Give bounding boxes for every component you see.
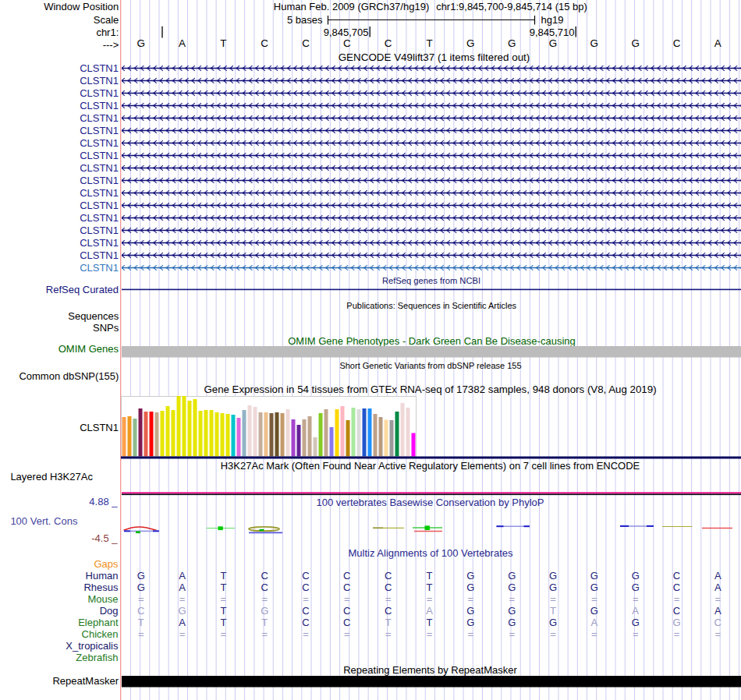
svg-text:=: = [385, 593, 392, 605]
svg-text:A: A [632, 605, 639, 617]
svg-text:GENCODE V49lift37 (1 items fil: GENCODE V49lift37 (1 items filtered out) [339, 51, 530, 63]
svg-text:C: C [385, 582, 392, 593]
svg-text:CLSTN1: CLSTN1 [80, 422, 119, 433]
svg-text:T: T [427, 617, 433, 628]
svg-text:H3K27Ac Mark (Often Found Near: H3K27Ac Mark (Often Found Near Active Re… [221, 460, 640, 472]
svg-text:C: C [343, 617, 350, 628]
svg-text:C: C [385, 605, 392, 617]
svg-text:C: C [673, 605, 680, 617]
svg-text:G: G [590, 582, 598, 593]
svg-text:Dog: Dog [100, 605, 119, 617]
svg-text:Chicken: Chicken [82, 628, 119, 640]
svg-text:9,845,710: 9,845,710 [530, 27, 575, 38]
svg-text:RefSeq Curated: RefSeq Curated [46, 284, 119, 295]
svg-text:=: = [179, 593, 186, 605]
svg-text:A: A [179, 37, 186, 49]
svg-text:=: = [633, 628, 639, 640]
svg-text:A: A [179, 570, 186, 582]
svg-text:C: C [302, 582, 309, 593]
svg-text:Common dbSNP(155): Common dbSNP(155) [19, 370, 119, 382]
svg-text:CLSTN1: CLSTN1 [80, 175, 119, 186]
svg-text:C: C [714, 617, 722, 628]
svg-text:Layered H3K27Ac: Layered H3K27Ac [10, 471, 93, 483]
svg-text:=: = [468, 593, 474, 605]
svg-text:A: A [179, 617, 186, 628]
svg-text:CLSTN1: CLSTN1 [80, 224, 119, 236]
svg-text:CLSTN1: CLSTN1 [80, 249, 119, 261]
svg-text:A: A [590, 617, 597, 628]
svg-text:100 Vert. Cons: 100 Vert. Cons [10, 515, 77, 527]
svg-text:Mouse: Mouse [87, 593, 118, 605]
svg-text:C: C [385, 37, 392, 49]
svg-text:=: = [344, 628, 350, 640]
svg-text:=: = [715, 593, 722, 605]
svg-text:C: C [343, 37, 351, 49]
svg-text:CLSTN1: CLSTN1 [80, 112, 119, 124]
svg-text:=: = [674, 593, 680, 605]
svg-text:=: = [385, 628, 392, 640]
svg-text:G: G [549, 570, 557, 582]
svg-text:=: = [261, 593, 268, 605]
svg-text:--->: ---> [103, 39, 119, 51]
svg-text:T: T [385, 617, 392, 628]
svg-text:G: G [466, 570, 474, 582]
svg-text:=: = [261, 628, 268, 640]
svg-text:G: G [508, 582, 516, 593]
svg-text:=: = [303, 593, 309, 605]
svg-text:chr1:9,845,700-9,845,714 (15 b: chr1:9,845,700-9,845,714 (15 bp) [436, 1, 587, 12]
svg-text:Repeating Elements by RepeatMa: Repeating Elements by RepeatMasker [343, 664, 517, 676]
svg-text:Zebrafish: Zebrafish [76, 652, 118, 663]
svg-text:X_tropicalis: X_tropicalis [66, 640, 119, 652]
svg-text:Human: Human [86, 570, 119, 582]
svg-text:CLSTN1: CLSTN1 [80, 137, 119, 149]
svg-text:=: = [303, 628, 309, 640]
svg-text:Short Genetic Variants from db: Short Genetic Variants from dbSNP releas… [339, 361, 521, 370]
svg-text:Human Feb. 2009 (GRCh37/hg19): Human Feb. 2009 (GRCh37/hg19) [274, 1, 429, 12]
svg-text:G: G [508, 37, 516, 49]
svg-text:T: T [261, 617, 268, 628]
svg-text:T: T [550, 605, 556, 617]
svg-text:C: C [673, 37, 681, 49]
svg-text:OMIM Gene Phenotypes - Dark Gr: OMIM Gene Phenotypes - Dark Green Can Be… [288, 335, 576, 347]
svg-text:Gaps: Gaps [94, 558, 119, 570]
svg-text:=: = [427, 628, 433, 640]
svg-text:CLSTN1: CLSTN1 [80, 212, 119, 224]
svg-text:C: C [302, 605, 309, 617]
svg-text:Rhesus: Rhesus [83, 582, 119, 593]
svg-text:G: G [178, 605, 186, 617]
svg-text:CLSTN1: CLSTN1 [80, 237, 119, 249]
svg-text:=: = [509, 628, 515, 640]
svg-text:hg19: hg19 [541, 14, 564, 26]
svg-text:CLSTN1: CLSTN1 [80, 62, 119, 74]
svg-text:G: G [590, 570, 598, 582]
svg-text:Publications: Sequences in Sci: Publications: Sequences in Scientific Ar… [346, 301, 516, 310]
svg-text:4.88 _: 4.88 _ [89, 496, 118, 507]
svg-text:C: C [343, 605, 350, 617]
svg-text:CLSTN1: CLSTN1 [80, 187, 119, 199]
svg-text:RefSeq genes from NCBI: RefSeq genes from NCBI [382, 276, 480, 285]
svg-text:G: G [466, 582, 474, 593]
svg-text:G: G [632, 570, 640, 582]
svg-text:G: G [261, 605, 268, 617]
svg-text:C: C [137, 605, 144, 617]
svg-text:G: G [632, 617, 640, 628]
svg-text:100 vertebrates Basewise Conse: 100 vertebrates Basewise Conservation by… [317, 497, 544, 508]
svg-text:CLSTN1: CLSTN1 [80, 87, 119, 99]
svg-text:C: C [673, 582, 680, 593]
svg-text:=: = [468, 628, 474, 640]
svg-text:Scale: Scale [94, 14, 119, 26]
svg-text:G: G [631, 37, 639, 49]
svg-text:C: C [261, 582, 268, 593]
svg-text:A: A [714, 605, 722, 617]
svg-text:=: = [179, 628, 186, 640]
svg-text:G: G [672, 617, 680, 628]
svg-text:5 bases: 5 bases [287, 14, 323, 26]
svg-text:=: = [138, 628, 144, 640]
svg-text:-4.5 _: -4.5 _ [91, 532, 118, 544]
svg-text:CLSTN1: CLSTN1 [80, 75, 119, 87]
svg-text:G: G [137, 570, 145, 582]
svg-text:=: = [715, 628, 722, 640]
svg-text:T: T [220, 617, 226, 628]
svg-text:=: = [633, 593, 639, 605]
svg-text:chr1:: chr1: [96, 27, 119, 38]
